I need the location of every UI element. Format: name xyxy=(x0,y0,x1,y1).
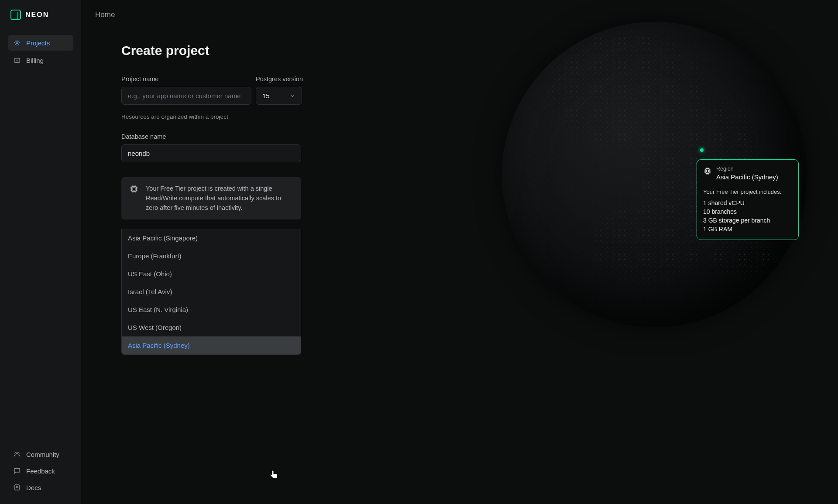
region-card-name: Asia Pacific (Sydney) xyxy=(716,173,778,181)
project-name-label: Project name xyxy=(121,75,251,82)
globe-graphic: Region Asia Pacific (Sydney) Your Free T… xyxy=(480,9,821,349)
region-option[interactable]: Asia Pacific (Singapore) xyxy=(122,229,301,247)
svg-rect-4 xyxy=(15,485,20,490)
region-card-label: Region xyxy=(716,166,778,172)
sidebar-item-billing[interactable]: Billing xyxy=(8,52,73,68)
sidebar-item-label: Community xyxy=(26,451,59,458)
region-option[interactable]: US West (Oregon) xyxy=(122,319,301,336)
region-option[interactable]: US East (N. Virginia) xyxy=(122,301,301,319)
pg-version-select[interactable]: 15 xyxy=(256,87,302,105)
sidebar-item-label: Feedback xyxy=(26,467,55,475)
svg-point-3 xyxy=(17,453,19,454)
svg-rect-8 xyxy=(707,170,709,172)
svg-rect-6 xyxy=(133,188,135,190)
project-name-help: Resources are organized within a project… xyxy=(121,113,251,120)
region-spec-item: 3 GB storage per branch xyxy=(703,217,792,224)
project-name-input[interactable] xyxy=(121,87,251,105)
brand-text: NEON xyxy=(25,11,49,19)
sidebar: NEON Projects Billing Community Feedback… xyxy=(0,0,81,504)
region-card-subtitle: Your Free Tier project includes: xyxy=(703,189,792,195)
sidebar-item-feedback[interactable]: Feedback xyxy=(8,463,73,479)
region-info-card: Region Asia Pacific (Sydney) Your Free T… xyxy=(697,159,799,240)
svg-point-0 xyxy=(16,42,18,44)
svg-rect-5 xyxy=(132,187,137,192)
region-spec-item: 10 branches xyxy=(703,208,792,215)
free-tier-info-text: Your Free Tier project is created with a… xyxy=(146,184,293,213)
region-option[interactable]: Europe (Frankfurt) xyxy=(122,247,301,265)
chip-icon xyxy=(129,184,139,194)
region-marker-dot xyxy=(700,148,704,152)
region-dropdown: Asia Pacific (Singapore)Europe (Frankfur… xyxy=(121,229,301,355)
billing-icon xyxy=(13,56,21,64)
neon-logo-icon xyxy=(10,10,21,20)
pointer-cursor xyxy=(270,470,277,478)
sidebar-item-community[interactable]: Community xyxy=(8,446,73,462)
region-spec-item: 1 shared vCPU xyxy=(703,199,792,206)
sidebar-item-label: Billing xyxy=(26,57,44,64)
sidebar-item-label: Projects xyxy=(26,39,50,47)
db-name-input[interactable] xyxy=(121,144,301,162)
feedback-icon xyxy=(13,467,21,475)
svg-rect-7 xyxy=(705,169,710,173)
community-icon xyxy=(13,450,21,458)
docs-icon xyxy=(13,483,21,491)
region-option[interactable]: Asia Pacific (Sydney) xyxy=(122,336,301,354)
projects-icon xyxy=(13,39,21,47)
chevron-down-icon xyxy=(289,93,295,99)
free-tier-info: Your Free Tier project is created with a… xyxy=(121,177,301,219)
svg-point-2 xyxy=(15,453,17,454)
pg-version-label: Postgres version xyxy=(256,75,303,82)
chip-icon xyxy=(703,167,712,175)
breadcrumb: Home xyxy=(95,10,115,19)
sidebar-item-docs[interactable]: Docs xyxy=(8,480,73,495)
logo[interactable]: NEON xyxy=(0,0,81,29)
sidebar-item-label: Docs xyxy=(26,484,41,491)
region-spec-item: 1 GB RAM xyxy=(703,226,792,233)
pg-version-value: 15 xyxy=(262,92,270,99)
region-option[interactable]: US East (Ohio) xyxy=(122,265,301,283)
sidebar-item-projects[interactable]: Projects xyxy=(8,35,73,51)
region-option[interactable]: Israel (Tel Aviv) xyxy=(122,283,301,301)
